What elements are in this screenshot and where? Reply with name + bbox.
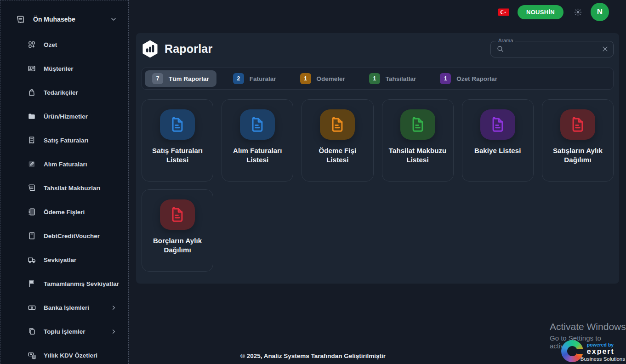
dashboard-icon xyxy=(27,40,36,49)
sidebar-item-odeme-fisleri[interactable]: Ödeme Fişleri xyxy=(0,200,128,224)
tab-label: Ödemeler xyxy=(317,75,345,82)
sidebar-item-tahsilat-makbuzlari[interactable]: Tahsilat Makbuzları xyxy=(0,176,128,200)
report-card-odeme-fisi-listesi[interactable]: Ödeme Fişi Listesi xyxy=(302,99,373,182)
username-button[interactable]: NOUSHİN xyxy=(518,5,563,19)
tab-odemeler[interactable]: 1 Ödemeler xyxy=(293,70,353,87)
report-cards-grid: Satış Faturaları Listesi Alım Faturaları… xyxy=(142,99,614,272)
report-card-title: Tahsilat Makbuzu Listesi xyxy=(382,146,453,165)
file-icon xyxy=(490,116,506,133)
report-card-title: Borçların Aylık Dağılımı xyxy=(142,236,213,255)
sidebar-item-banka-islemleri[interactable]: Banka İşlemleri xyxy=(0,296,128,319)
report-card-bakiye-listesi[interactable]: Bakiye Listesi xyxy=(462,99,534,182)
chevron-right-icon xyxy=(110,304,117,311)
tab-label: Özet Raporlar xyxy=(456,75,497,82)
expert-brand-logo: powered by expert Business Solutions xyxy=(561,340,625,362)
file-icon xyxy=(170,116,185,133)
sidebar-item-urun-hizmetler[interactable]: Ürün/Hizmetler xyxy=(0,104,128,128)
panel-header: Raporlar Arama xyxy=(142,40,614,58)
notebook-icon xyxy=(27,208,36,216)
report-card-tahsilat-makbuzu-listesi[interactable]: Tahsilat Makbuzu Listesi xyxy=(382,99,454,182)
file-icon-tile xyxy=(320,109,355,140)
sidebar: Ön Muhasebe Özet Müşteriler Tedarikçiler xyxy=(0,0,129,364)
sidebar-item-musteriler[interactable]: Müşteriler xyxy=(0,57,128,80)
edit-icon xyxy=(27,160,36,168)
brand-name: expert xyxy=(587,347,615,356)
tab-faturalar[interactable]: 2 Faturalar xyxy=(226,70,284,87)
sidebar-item-label: Satış Faturaları xyxy=(44,137,117,144)
sidebar-item-toplu-islemler[interactable]: Toplu İşlemler xyxy=(0,319,128,343)
sidebar-item-tedarikciler[interactable]: Tedarikçiler xyxy=(0,80,128,104)
sidebar-section-on-muhasebe[interactable]: Ön Muhasebe xyxy=(0,12,128,26)
tab-ozet-raporlar[interactable]: 1 Özet Raporlar xyxy=(433,70,505,87)
truck-icon xyxy=(27,256,36,264)
report-card-title: Satış Faturaları Listesi xyxy=(142,146,213,165)
report-card-satislarin-aylik-dagilimi[interactable]: Satışların Aylık Dağılımı xyxy=(542,99,614,182)
report-card-satis-faturalari-listesi[interactable]: Satış Faturaları Listesi xyxy=(142,99,213,182)
hexagon-chart-icon xyxy=(142,40,159,58)
sidebar-item-debtcreditvoucher[interactable]: DebtCreditVoucher xyxy=(0,224,128,248)
main-area: NOUSHİN N Raporlar Arama xyxy=(129,0,626,364)
report-filter-tabs: 7 Tüm Raporlar 2 Faturalar 1 Ödemeler 1 … xyxy=(142,68,614,90)
turkish-flag-icon[interactable] xyxy=(498,8,509,16)
sidebar-item-label: Özet xyxy=(44,41,117,48)
avatar[interactable]: N xyxy=(591,3,609,21)
tab-count-badge: 1 xyxy=(369,73,380,84)
report-card-title: Bakiye Listesi xyxy=(470,146,525,155)
sidebar-item-label: Tahsilat Makbuzları xyxy=(44,185,117,192)
file-icon xyxy=(250,116,265,133)
reports-panel: Raporlar Arama 7 Tüm Raporlar 2 Faturala… xyxy=(136,33,619,284)
sun-icon[interactable] xyxy=(574,8,582,17)
file-icon-tile xyxy=(400,109,435,140)
sidebar-item-label: Yıllık KDV Özetleri xyxy=(44,352,117,359)
report-card-borclarin-aylik-dagilimi[interactable]: Borçların Aylık Dağılımı xyxy=(142,189,213,272)
search-label: Arama xyxy=(496,38,515,43)
file-icon-tile xyxy=(480,109,515,140)
sidebar-item-label: Sevkiyatlar xyxy=(44,256,117,263)
folder-icon xyxy=(27,112,36,120)
invoice-icon xyxy=(27,136,36,144)
tab-count-badge: 1 xyxy=(440,73,451,84)
sidebar-item-label: DebtCreditVoucher xyxy=(44,233,117,239)
tab-label: Faturalar xyxy=(250,75,276,82)
id-card-icon xyxy=(27,64,36,73)
file-icon-tile xyxy=(240,109,275,140)
book-icon xyxy=(27,232,36,240)
clear-icon[interactable] xyxy=(602,46,609,52)
report-card-alim-faturalari-listesi[interactable]: Alım Faturaları Listesi xyxy=(222,99,293,182)
tab-count-badge: 2 xyxy=(233,73,244,84)
sidebar-item-alim-faturalari[interactable]: Alım Faturaları xyxy=(0,152,128,176)
receipt-icon xyxy=(16,15,25,24)
sidebar-item-label: Ürün/Hizmetler xyxy=(44,113,117,120)
sidebar-item-label: Tedarikçiler xyxy=(44,89,117,96)
receipt-icon xyxy=(27,184,36,192)
sidebar-item-label: Müşteriler xyxy=(44,65,117,72)
sidebar-item-satis-faturalari[interactable]: Satış Faturaları xyxy=(0,128,128,152)
shopping-bag-icon xyxy=(27,88,36,97)
tab-tahsilatlar[interactable]: 1 Tahsilatlar xyxy=(362,70,424,87)
flag-icon xyxy=(27,279,36,288)
copyright-text: © 2025, Analiz Systems Tarafından Gelişt… xyxy=(240,353,386,359)
sidebar-item-yillik-kdv-ozetleri[interactable]: Yıllık KDV Özetleri xyxy=(0,343,128,364)
file-icon-tile xyxy=(160,199,195,230)
search-input[interactable] xyxy=(504,46,602,52)
chevron-right-icon xyxy=(110,328,117,335)
file-icon xyxy=(330,116,345,133)
file-icon xyxy=(410,116,426,133)
sidebar-item-sevkiyatlar[interactable]: Sevkiyatlar xyxy=(0,248,128,272)
sidebar-nav: Özet Müşteriler Tedarikçiler Ürün/Hizmet… xyxy=(0,33,128,364)
sidebar-item-tamamlanmis-sevkiyatlar[interactable]: Tamamlanmış Sevkiyatlar xyxy=(0,272,128,296)
tab-count-badge: 1 xyxy=(300,73,311,84)
file-icon xyxy=(570,116,586,133)
chevron-down-icon xyxy=(110,16,117,23)
tab-tum-raporlar[interactable]: 7 Tüm Raporlar xyxy=(145,70,216,87)
report-card-title: Satışların Aylık Dağılımı xyxy=(542,146,613,165)
page-title: Raporlar xyxy=(165,42,212,56)
banknote-icon xyxy=(27,303,36,312)
file-icon-tile xyxy=(160,109,195,140)
sidebar-item-label: Alım Faturaları xyxy=(44,161,117,168)
brand-tagline: Business Solutions xyxy=(580,356,625,362)
sidebar-item-ozet[interactable]: Özet xyxy=(0,33,128,57)
brand-powered-by: powered by xyxy=(587,342,614,347)
search-box: Arama xyxy=(490,41,614,57)
sidebar-item-label: Banka İşlemleri xyxy=(44,304,110,311)
